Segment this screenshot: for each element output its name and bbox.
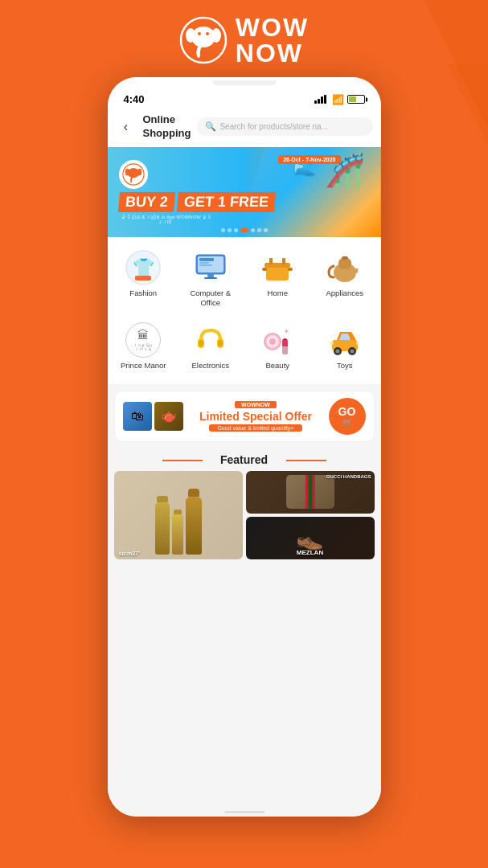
svg-rect-18	[265, 263, 290, 268]
status-icons: 📶	[314, 94, 365, 105]
svg-rect-12	[199, 258, 214, 261]
category-beauty[interactable]: ✦ Beauty	[245, 316, 311, 377]
featured-card-skincare[interactable]: su:m37°	[114, 471, 243, 559]
cart-icon: 🛒	[342, 418, 352, 427]
logo-text: WOW NOW	[236, 14, 309, 66]
search-bar[interactable]: 🔍 Search for products/store na...	[197, 117, 372, 136]
beauty-icon: ✦	[260, 322, 295, 358]
signal-icon	[314, 95, 326, 104]
category-home[interactable]: Home	[245, 244, 311, 315]
featured-card-mezlan[interactable]: 👞 MEZLAN	[246, 517, 375, 559]
electronics-icon	[193, 322, 228, 358]
nav-bar: ‹ Online Shopping 🔍 Search for products/…	[108, 110, 381, 147]
categories-grid: 👕 Fashion	[108, 237, 381, 384]
featured-card-gucci[interactable]: GUCCI HANDBAGS	[246, 471, 375, 514]
svg-rect-22	[288, 268, 293, 271]
home-indicator	[224, 811, 265, 813]
svg-point-38	[335, 350, 339, 354]
svg-rect-15	[207, 274, 214, 277]
svg-rect-42	[356, 342, 359, 345]
svg-rect-14	[199, 264, 212, 266]
svg-rect-29	[218, 340, 223, 346]
phone-content: 🎢 🌊 BUY 2 GET 1 FREE	[108, 147, 381, 808]
offer-text: WOWNOW Limited Special Offer Good value …	[188, 401, 324, 432]
phone-frame: 4:40 📶 ‹ Online Shopping	[108, 77, 381, 817]
featured-right-column: GUCCI HANDBAGS 👞 MEZLAN	[246, 471, 375, 559]
buy2-text: BUY 2	[117, 192, 174, 212]
svg-point-8	[125, 169, 129, 175]
svg-rect-34	[282, 340, 288, 346]
toys-icon	[327, 322, 363, 358]
get1-text: GET 1 FREE	[177, 192, 276, 212]
category-prince-manor[interactable]: 🏛 ក្រុមហ៊ុន ព្រីនស៍ Prince Manor	[111, 316, 177, 377]
category-home-label: Home	[268, 289, 288, 298]
go-button[interactable]: GO 🛒	[329, 398, 366, 435]
mezlan-badge: MEZLAN	[297, 549, 323, 556]
computer-icon	[193, 250, 228, 285]
offer-image-1: 🛍	[123, 402, 152, 431]
svg-point-41	[330, 342, 334, 345]
limited-offer-title: Limited Special Offer	[199, 410, 312, 423]
category-toys[interactable]: Toys	[312, 316, 378, 377]
category-toys-label: Toys	[337, 361, 353, 371]
app-header: WOW NOW	[0, 0, 488, 77]
back-button[interactable]: ‹	[116, 117, 137, 137]
svg-point-9	[137, 169, 141, 175]
offer-image-2: 🫖	[154, 402, 183, 431]
category-fashion[interactable]: 👕 Fashion	[111, 244, 177, 315]
svg-point-5	[206, 32, 209, 35]
special-offer-banner[interactable]: 🛍 🫖 WOWNOW Limited Special Offer Good va…	[114, 391, 375, 442]
svg-rect-16	[204, 277, 217, 279]
home-indicator-area	[108, 808, 381, 817]
svg-text:✦: ✦	[284, 328, 289, 335]
offer-images: 🛍 🫖	[123, 402, 183, 431]
svg-rect-24	[338, 258, 351, 269]
wownow-tag: WOWNOW	[235, 401, 277, 408]
phone-time: 4:40	[124, 93, 145, 105]
dot-2	[228, 228, 232, 232]
gucci-badge: GUCCI HANDBAGS	[326, 474, 371, 479]
svg-rect-20	[282, 258, 285, 264]
promo-banner[interactable]: 🎢 🌊 BUY 2 GET 1 FREE	[108, 147, 381, 237]
svg-point-4	[198, 32, 201, 35]
dot-4-active	[240, 228, 248, 232]
category-electronics[interactable]: Electronics	[178, 316, 244, 377]
category-prince-manor-label: Prince Manor	[121, 361, 166, 371]
svg-rect-13	[199, 262, 209, 264]
banner-content: BUY 2 GET 1 FREE ទំនិញលក់ប្រៀបនេះ App WO…	[119, 160, 275, 224]
home-icon	[260, 250, 295, 285]
svg-rect-25	[342, 256, 348, 260]
category-computer-label: Computer & Office	[181, 289, 240, 309]
svg-rect-28	[199, 340, 203, 346]
prince-manor-icon: 🏛 ក្រុមហ៊ុន ព្រីនស៍	[125, 322, 161, 358]
featured-grid: su:m37° GUCCI HANDBAGS	[114, 471, 375, 559]
search-icon: 🔍	[205, 121, 216, 132]
category-appliances[interactable]: Appliances	[312, 244, 378, 315]
category-appliances-label: Appliances	[326, 289, 363, 298]
category-computer-office[interactable]: Computer & Office	[178, 244, 244, 315]
featured-section: Featured	[108, 448, 381, 559]
logo-elephant-icon	[179, 16, 228, 64]
date-badge: 26-Oct - 7-Nov-2020	[278, 155, 340, 164]
skincare-bottles	[155, 497, 202, 555]
gucci-bag	[286, 475, 334, 509]
featured-title: Featured	[114, 453, 375, 466]
svg-point-40	[350, 350, 354, 354]
svg-point-32	[269, 338, 276, 345]
svg-rect-21	[262, 268, 267, 271]
appliances-icon	[327, 250, 363, 285]
category-electronics-label: Electronics	[192, 361, 229, 371]
dot-7	[264, 228, 268, 232]
banner-dots	[221, 228, 268, 232]
dot-1	[221, 228, 225, 232]
fashion-icon: 👕	[125, 250, 161, 285]
skincare-brand: su:m37°	[119, 551, 141, 556]
dot-5	[251, 228, 255, 232]
status-bar: 4:40 📶	[108, 85, 381, 110]
banner-logo	[119, 160, 148, 189]
category-fashion-label: Fashion	[129, 289, 157, 298]
svg-point-3	[211, 28, 221, 43]
banner-subtext: ទំនិញលក់ប្រៀបនេះ App WOWNOW ម៉ូដប្រើ	[119, 215, 215, 224]
category-beauty-label: Beauty	[265, 361, 289, 371]
battery-icon	[347, 95, 365, 104]
